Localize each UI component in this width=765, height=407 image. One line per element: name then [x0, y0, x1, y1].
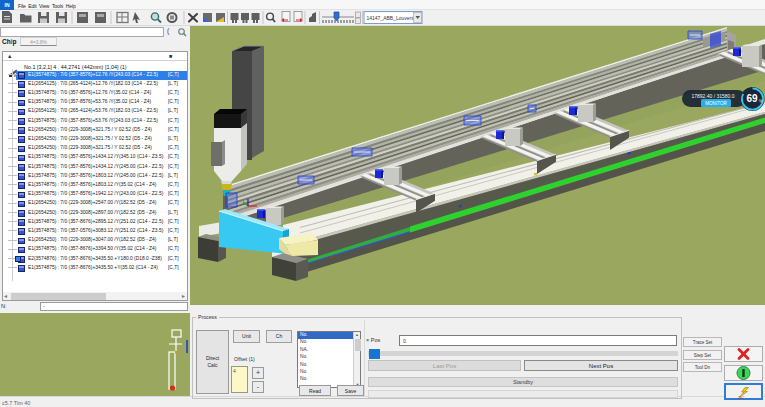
svg-text:MONITOR: MONITOR [705, 101, 727, 106]
svg-text:69: 69 [746, 93, 758, 104]
svg-text:NC: NC [739, 395, 745, 400]
svg-text:14147_ABB_Louvers: 14147_ABB_Louvers [367, 15, 415, 21]
svg-text:%: % [759, 99, 763, 104]
svg-text:17892.40 / 31580.0: 17892.40 / 31580.0 [691, 93, 734, 99]
